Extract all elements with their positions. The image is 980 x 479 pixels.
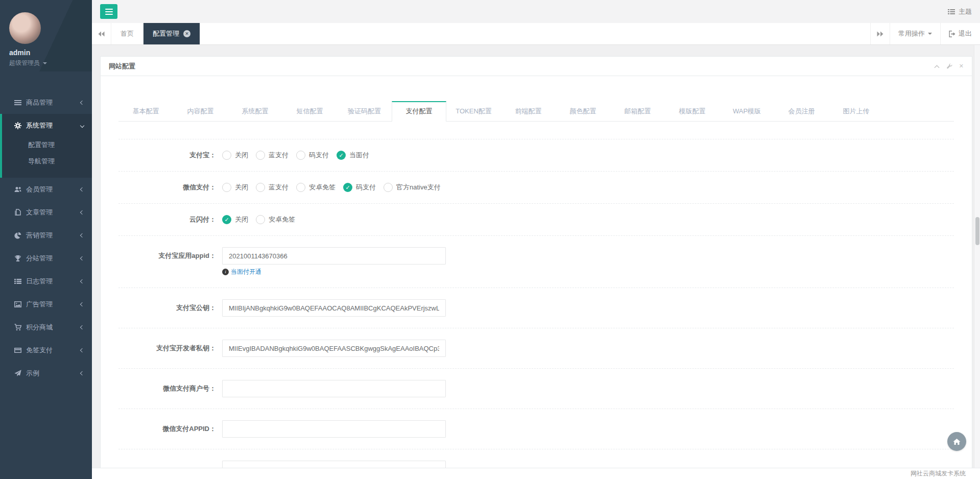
radio-icon[interactable]	[296, 151, 305, 160]
radio-option[interactable]: 安卓免签	[296, 183, 336, 192]
sidebar-toggle-button[interactable]	[100, 4, 117, 19]
sidebar: admin 超级管理员 商品管理 系统管理 配置管理 导航管理	[0, 0, 92, 479]
form-row-alipay-appid: 支付宝应用appid： i 当面付开通	[118, 235, 954, 288]
tab-token-config[interactable]: TOKEN配置	[446, 101, 501, 121]
chevron-left-icon	[80, 100, 84, 104]
page-tab-bar: 首页 配置管理 ✕ 常用操作 退出	[92, 23, 980, 45]
theme-label: 主题	[959, 7, 972, 16]
avatar[interactable]	[9, 12, 41, 44]
scroll-tabs-left-button[interactable]	[92, 23, 111, 44]
sidebar-item-free-pay[interactable]: 免签支付	[0, 339, 92, 362]
panel-body: 基本配置 内容配置 系统配置 短信配置 验证码配置 支付配置 TOKEN配置 前…	[101, 76, 972, 479]
radio-icon[interactable]	[222, 183, 231, 192]
collapse-panel-icon[interactable]	[934, 64, 940, 68]
sidebar-subitem-config[interactable]: 配置管理	[2, 137, 92, 153]
radio-icon[interactable]	[256, 151, 265, 160]
tab-config-management[interactable]: 配置管理 ✕	[144, 23, 200, 44]
tab-captcha-config[interactable]: 验证码配置	[337, 101, 392, 121]
alipay-public-key-input[interactable]	[222, 299, 446, 317]
caret-down-icon	[43, 62, 47, 64]
alipay-private-key-input[interactable]	[222, 340, 446, 357]
sidebar-item-members[interactable]: 会员管理	[0, 178, 92, 201]
sidebar-item-ads[interactable]: 广告管理	[0, 293, 92, 316]
tab-frontend-config[interactable]: 前端配置	[501, 101, 556, 121]
sidebar-item-articles[interactable]: 文章管理	[0, 201, 92, 224]
radio-option[interactable]: 蓝支付	[256, 151, 289, 160]
sidebar-item-marketing[interactable]: 营销管理	[0, 224, 92, 247]
field-help: i 当面付开通	[222, 268, 446, 276]
radio-icon[interactable]	[296, 183, 305, 192]
radio-option[interactable]: 安卓免签	[256, 215, 295, 224]
radio-icon[interactable]	[222, 151, 231, 160]
theme-button[interactable]: 主题	[948, 7, 972, 16]
tab-color-config[interactable]: 颜色配置	[556, 101, 610, 121]
sidebar-item-label: 商品管理	[26, 98, 81, 107]
radio-option-selected[interactable]: 当面付	[337, 151, 369, 160]
scrollbar-thumb[interactable]	[975, 217, 979, 245]
tab-payment-config[interactable]: 支付配置	[392, 101, 446, 122]
radio-label: 安卓免签	[269, 215, 295, 224]
radio-checked-icon[interactable]	[337, 151, 346, 160]
radio-option-selected[interactable]: 码支付	[343, 183, 376, 192]
sidebar-item-example[interactable]: 示例	[0, 362, 92, 385]
sidebar-item-logs[interactable]: 日志管理	[0, 270, 92, 293]
sidebar-item-system[interactable]: 系统管理	[2, 114, 92, 137]
tab-member-register[interactable]: 会员注册	[774, 101, 829, 121]
tab-template-config[interactable]: 模版配置	[665, 101, 720, 121]
radio-option[interactable]: 官方native支付	[384, 183, 441, 192]
field-label: 支付宝开发者私钥：	[118, 340, 219, 357]
tab-basic-config[interactable]: 基本配置	[118, 101, 173, 121]
tab-image-upload[interactable]: 图片上传	[829, 101, 883, 121]
tab-system-config[interactable]: 系统配置	[228, 101, 282, 121]
sidebar-item-label: 免签支付	[26, 346, 81, 355]
sidebar-subitem-navigation[interactable]: 导航管理	[2, 153, 92, 170]
radio-icon[interactable]	[384, 183, 393, 192]
field-label: 微信支付APPID：	[118, 420, 219, 438]
chevron-down-icon	[80, 123, 84, 127]
radio-option[interactable]: 码支付	[296, 151, 329, 160]
scroll-tabs-right-button[interactable]	[870, 23, 890, 44]
panel-tools: ✕	[934, 63, 964, 69]
tab-mail-config[interactable]: 邮箱配置	[610, 101, 665, 121]
sidebar-item-label: 示例	[26, 369, 81, 378]
panel-title: 网站配置	[109, 62, 135, 71]
logout-button[interactable]: 退出	[940, 23, 980, 44]
image-icon	[14, 301, 21, 308]
radio-label: 蓝支付	[269, 183, 289, 192]
sidebar-item-goods[interactable]: 商品管理	[0, 91, 92, 114]
alipay-appid-input[interactable]	[222, 247, 446, 265]
radio-icon[interactable]	[256, 183, 265, 192]
wechat-appid-input[interactable]	[222, 420, 446, 438]
radio-option[interactable]: 蓝支付	[256, 183, 289, 192]
wechat-merchant-id-input[interactable]	[222, 380, 446, 397]
field-label: 支付宝公钥：	[118, 299, 219, 317]
chevron-left-icon	[80, 302, 84, 306]
tab-content-config[interactable]: 内容配置	[173, 101, 228, 121]
user-role-dropdown[interactable]: 超级管理员	[9, 59, 92, 67]
form-row-wechat-appid: 微信支付APPID：	[118, 409, 954, 449]
close-panel-icon[interactable]: ✕	[959, 63, 964, 69]
payment-config-form: 支付宝： 关闭 蓝支付 码支付 当面付 微信支付： 关闭 蓝支付 安卓免签 码支…	[118, 139, 954, 479]
common-actions-dropdown[interactable]: 常用操作	[890, 23, 940, 44]
tab-wap-template[interactable]: WAP模版	[720, 101, 774, 121]
tab-sms-config[interactable]: 短信配置	[282, 101, 337, 121]
footer: 网社云商城发卡系统	[92, 468, 980, 479]
tab-home[interactable]: 首页	[111, 23, 144, 44]
wrench-icon[interactable]	[946, 63, 952, 69]
sidebar-item-points-mall[interactable]: 积分商城	[0, 316, 92, 339]
radio-checked-icon[interactable]	[343, 183, 352, 192]
home-floating-button[interactable]	[947, 432, 966, 451]
sidebar-item-substation[interactable]: 分站管理	[0, 247, 92, 270]
radio-option[interactable]: 关闭	[222, 183, 248, 192]
radio-checked-icon[interactable]	[222, 215, 231, 224]
chevron-left-icon	[80, 256, 84, 260]
radio-icon[interactable]	[256, 215, 265, 224]
radio-option-selected[interactable]: 关闭	[222, 215, 248, 224]
chevron-left-icon	[80, 279, 84, 283]
close-tab-icon[interactable]: ✕	[183, 30, 190, 37]
vertical-scrollbar[interactable]	[974, 45, 980, 479]
unionpay-radio-group: 关闭 安卓免签	[222, 215, 303, 224]
radio-option[interactable]: 关闭	[222, 151, 248, 160]
cart-icon	[14, 324, 21, 331]
face-to-face-pay-link[interactable]: 当面付开通	[231, 268, 261, 276]
